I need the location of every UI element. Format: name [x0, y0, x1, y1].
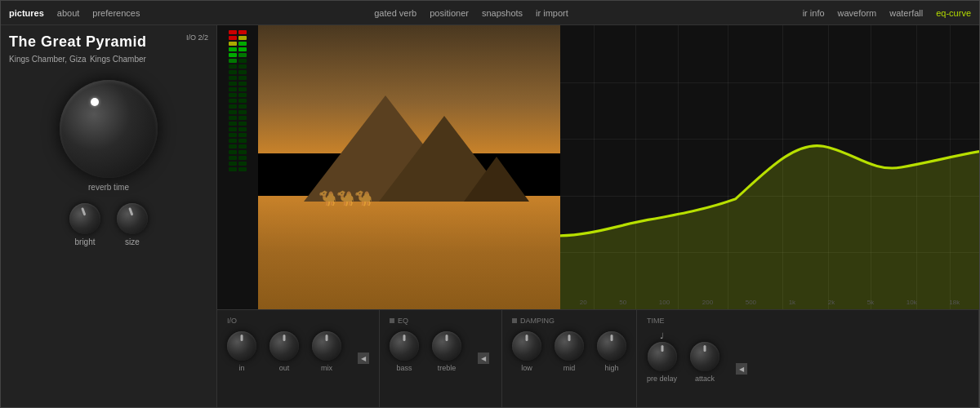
ground: [258, 196, 560, 309]
eq-header: EQ: [390, 317, 492, 325]
out-group: out: [270, 331, 299, 372]
nav-about[interactable]: about: [57, 8, 80, 18]
high-knob[interactable]: [597, 331, 626, 361]
vu-panel: [217, 25, 258, 309]
high-label: high: [604, 364, 618, 372]
size-label: size: [125, 237, 140, 246]
out-knob[interactable]: [270, 331, 299, 361]
io-header: I/O: [227, 317, 369, 325]
nav-positioner[interactable]: positioner: [430, 8, 469, 18]
plugin-subtitle1: Kings Chamber, Giza: [9, 55, 87, 64]
low-group: low: [512, 331, 541, 372]
left-panel: The Great Pyramid I/O 2/2 Kings Chamber,…: [1, 25, 217, 407]
eq-curve-svg: [560, 25, 979, 309]
treble-label: treble: [438, 364, 457, 372]
reverb-time-label: reverb time: [88, 183, 129, 192]
io-arrow-button[interactable]: ◀: [358, 353, 369, 364]
low-label: low: [521, 364, 532, 372]
freq-200: 200: [702, 299, 713, 306]
pyramid-image: 🐪🐪🐪: [258, 25, 560, 309]
top-nav: pictures about preferences gated verb po…: [1, 1, 979, 25]
eq-arrow-button[interactable]: ◀: [478, 353, 489, 364]
plugin-subtitle2: Kings Chamber: [90, 55, 146, 64]
nav-snapshots[interactable]: snapshots: [482, 8, 523, 18]
freq-500: 500: [746, 299, 756, 306]
eq-display-area: 20 50 100 200 500 1k 2k 5k 10k 18k: [560, 25, 979, 309]
nav-preferences[interactable]: preferences: [92, 8, 140, 18]
mix-knob[interactable]: [312, 331, 341, 361]
io-badge: I/O 2/2: [186, 33, 208, 42]
in-group: in: [227, 331, 256, 372]
damping-header: DAMPING: [512, 317, 626, 325]
nav-waveform[interactable]: waveform: [838, 8, 877, 18]
pre-delay-group: ♩ pre delay: [647, 331, 677, 383]
treble-knob[interactable]: [432, 331, 461, 361]
damping-dot: [512, 318, 517, 323]
treble-group: treble: [432, 331, 461, 372]
mid-knob[interactable]: [555, 331, 584, 361]
freq-100: 100: [659, 299, 670, 306]
damping-section: DAMPING low mid high: [502, 310, 637, 407]
eq-zone: 20 50 100 200 500 1k 2k 5k 10k 18k: [560, 25, 979, 309]
reverb-time-container: reverb time: [60, 80, 158, 192]
freq-10k: 10k: [906, 299, 917, 306]
size-group: size: [117, 203, 148, 246]
freq-5k: 5k: [867, 299, 874, 306]
mid-label: mid: [564, 364, 576, 372]
io-section: I/O in out mix: [217, 310, 380, 407]
eq-dot: [390, 318, 394, 323]
pre-delay-icon: ♩: [660, 331, 664, 340]
io-knobs: in out mix ◀: [227, 331, 369, 372]
mid-group: mid: [555, 331, 584, 372]
size-knob[interactable]: [117, 203, 148, 234]
small-knobs-row: bright size: [69, 203, 148, 246]
mix-label: mix: [321, 364, 332, 372]
nav-ir-info[interactable]: ir info: [803, 8, 825, 18]
picture-zone: 🐪🐪🐪: [258, 25, 560, 309]
bass-knob[interactable]: [390, 331, 419, 361]
in-knob[interactable]: [227, 331, 256, 361]
camels: 🐪🐪🐪: [318, 189, 372, 207]
vu-channel-2: [238, 30, 247, 171]
nav-gated-verb[interactable]: gated verb: [374, 8, 416, 18]
eq-section: EQ bass treble ◀: [380, 310, 502, 407]
time-knobs: ♩ pre delay attack ◀: [647, 331, 969, 383]
freq-18k: 18k: [949, 299, 960, 306]
vu-channel-1: [229, 30, 237, 171]
time-header: TIME: [647, 317, 969, 325]
plugin-title: The Great Pyramid: [9, 33, 147, 51]
freq-20: 20: [580, 299, 587, 306]
bottom-sections: I/O in out mix: [217, 309, 979, 407]
main-area: The Great Pyramid I/O 2/2 Kings Chamber,…: [1, 25, 979, 407]
attack-group: attack: [690, 342, 719, 383]
in-label: in: [238, 364, 244, 372]
out-label: out: [279, 364, 290, 372]
display-row: 🐪🐪🐪: [217, 25, 979, 309]
bright-knob[interactable]: [69, 203, 100, 234]
high-group: high: [597, 331, 626, 372]
freq-1k: 1k: [789, 299, 795, 306]
low-knob[interactable]: [512, 331, 541, 361]
damping-knobs: low mid high: [512, 331, 626, 372]
freq-50: 50: [619, 299, 626, 306]
nav-eq-curve[interactable]: eq-curve: [936, 8, 971, 18]
plugin-container: pictures about preferences gated verb po…: [0, 0, 980, 408]
freq-2k: 2k: [828, 299, 835, 306]
attack-knob[interactable]: [690, 342, 719, 371]
bright-group: bright: [69, 203, 100, 246]
time-arrow-button[interactable]: ◀: [736, 363, 747, 375]
bass-label: bass: [396, 364, 412, 372]
eq-knobs: bass treble ◀: [390, 331, 492, 372]
attack-label: attack: [695, 375, 715, 383]
mix-group: mix: [312, 331, 341, 372]
pre-delay-knob[interactable]: [648, 342, 677, 371]
nav-pictures[interactable]: pictures: [9, 8, 44, 18]
bass-group: bass: [390, 331, 419, 372]
nav-ir-import[interactable]: ir import: [536, 8, 568, 18]
nav-waterfall[interactable]: waterfall: [889, 8, 923, 18]
title-area: The Great Pyramid I/O 2/2 Kings Chamber,…: [9, 33, 208, 65]
pyramid-small: [464, 157, 529, 202]
time-section: TIME ♩ pre delay attack ◀: [637, 310, 979, 407]
bright-label: bright: [74, 237, 95, 246]
reverb-time-knob[interactable]: [60, 80, 158, 178]
